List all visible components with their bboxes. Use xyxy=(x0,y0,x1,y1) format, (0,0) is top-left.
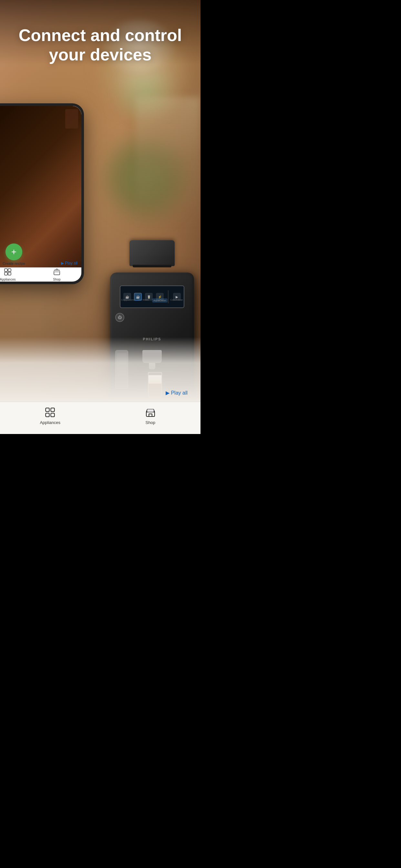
spout-nozzle xyxy=(149,363,155,369)
hero-title-line2: your devices xyxy=(49,45,152,64)
phone-mockup: 9:41 xyxy=(0,103,84,284)
milk-top-layer xyxy=(149,375,161,379)
shop-label: Shop xyxy=(146,420,155,425)
svg-rect-17 xyxy=(46,413,50,416)
machine-screen: ☕ ☕ 🥛 ⚡ ▶ xyxy=(120,285,184,308)
phone-content-cards: el ways to o take oure next level. Brewi… xyxy=(0,137,81,202)
nav-item-appliances[interactable]: Appliances xyxy=(0,406,100,425)
create-recipe-button[interactable]: + xyxy=(5,244,22,260)
bottom-navigation: Appliances Shop xyxy=(0,402,201,434)
power-button[interactable]: ⏻ xyxy=(115,313,124,322)
machine-hopper xyxy=(129,240,175,266)
nav-item-shop[interactable]: Shop xyxy=(100,406,201,425)
hero-title-line1: Connect and control xyxy=(19,26,182,44)
milk-container xyxy=(115,350,128,389)
shop-icon-wrapper xyxy=(143,406,158,419)
appliances-icon-wrapper xyxy=(42,406,58,419)
recipe-card-2[interactable]: Brewingwith c Kitchenexceptaromat xyxy=(33,137,78,202)
play-all-link[interactable]: ▶ Play all xyxy=(61,261,78,266)
svg-rect-15 xyxy=(46,408,50,411)
svg-rect-16 xyxy=(51,408,55,411)
svg-rect-11 xyxy=(8,272,11,275)
play-all-text[interactable]: ▶ Play all xyxy=(166,390,188,396)
shop-storefront-icon xyxy=(145,407,156,417)
svg-rect-13 xyxy=(54,271,60,272)
food-decoration-4 xyxy=(136,97,201,226)
create-recipe-label: Create recipe xyxy=(3,261,25,266)
svg-rect-8 xyxy=(4,269,7,272)
svg-rect-20 xyxy=(147,409,153,412)
milk-foam-layer xyxy=(149,379,161,383)
phone-nav-shop-icon xyxy=(53,268,60,277)
svg-rect-14 xyxy=(54,270,59,271)
machine-body: ☕ ☕ 🥛 ⚡ ▶ Cappuccino Hot Water AquaClean… xyxy=(110,259,194,408)
coffee-machine: ☕ ☕ 🥛 ⚡ ▶ Cappuccino Hot Water AquaClean… xyxy=(97,240,201,408)
spout-arm xyxy=(143,350,162,363)
phone-nav-appliances-label: Appliances xyxy=(0,278,16,281)
glass-body xyxy=(148,372,162,398)
create-recipe-section: + Create recipe xyxy=(3,244,25,266)
machine-spout xyxy=(139,350,165,369)
svg-rect-10 xyxy=(4,272,7,275)
phone-bottom-nav: Appliances Shop xyxy=(0,268,81,282)
coffee-liquid-layer xyxy=(149,383,161,397)
phone-nav-appliances[interactable]: Appliances xyxy=(0,268,32,282)
philips-logo: PHILIPS xyxy=(143,337,161,341)
appliances-label: Appliances xyxy=(40,420,60,425)
machine-controls: ⏻ xyxy=(115,313,124,322)
phone-nav-appliances-icon xyxy=(4,268,11,277)
phone-nav-shop-label: Shop xyxy=(53,278,60,281)
recipe-card-2-image xyxy=(33,137,78,170)
coffee-glass xyxy=(147,369,163,398)
svg-rect-9 xyxy=(8,269,11,272)
machine-chassis: ☕ ☕ 🥛 ⚡ ▶ Cappuccino Hot Water AquaClean… xyxy=(110,273,194,408)
svg-rect-18 xyxy=(51,413,55,416)
hero-title: Connect and control your devices xyxy=(0,26,201,65)
phone-nav-shop[interactable]: Shop xyxy=(32,268,81,282)
appliances-grid-icon xyxy=(45,407,55,417)
